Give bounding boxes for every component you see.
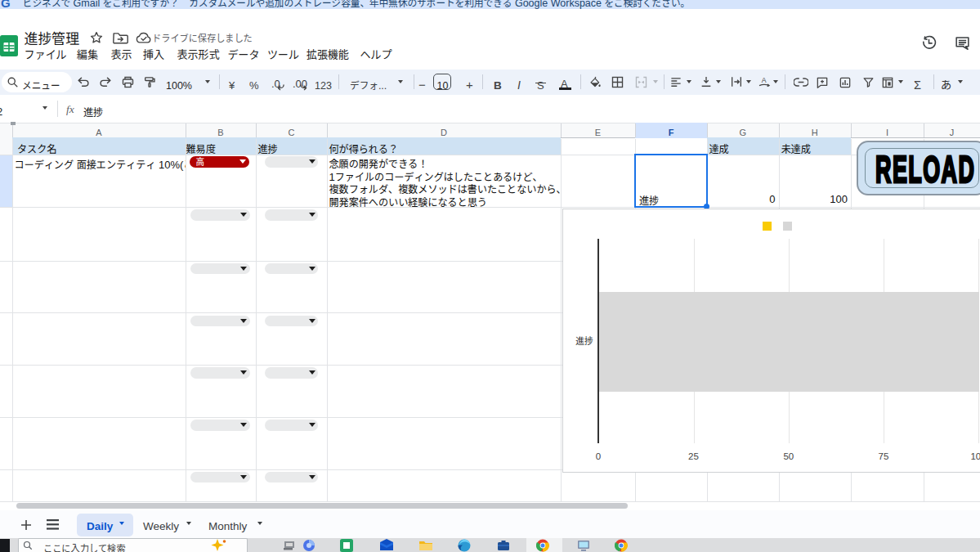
svg-text:A: A	[762, 76, 767, 84]
